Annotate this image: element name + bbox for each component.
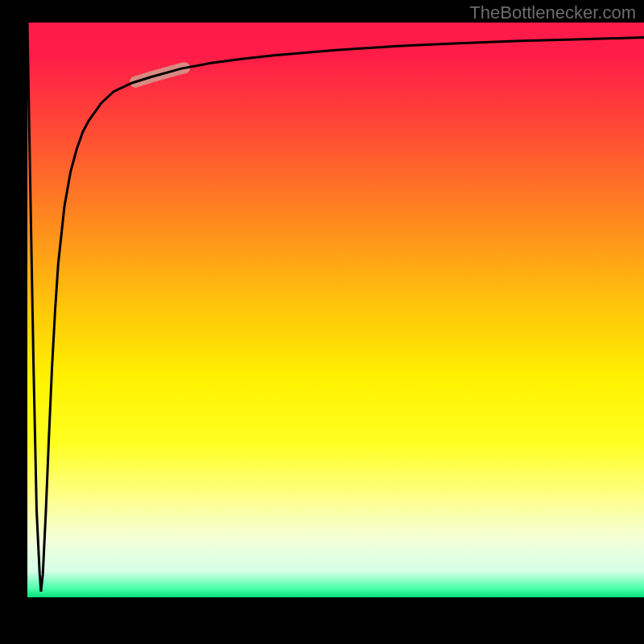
plot-background (27, 23, 644, 597)
gradient-rect (27, 23, 644, 597)
watermark-text: TheBottlenecker.com (469, 2, 636, 23)
plot-area (27, 23, 644, 597)
